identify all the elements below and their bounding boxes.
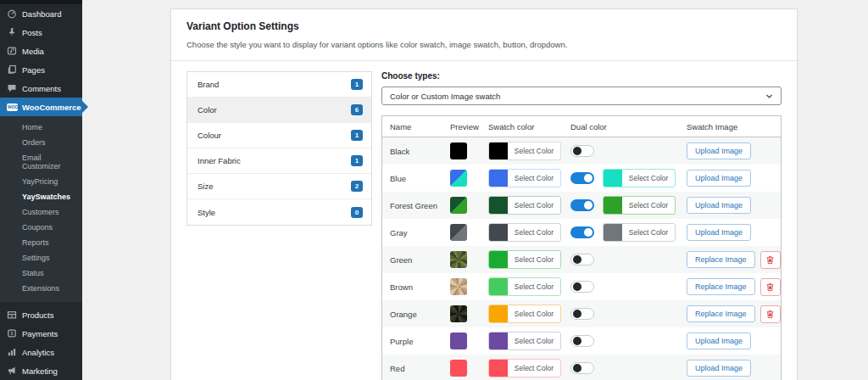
dual-select-color-button[interactable]: Select Color [603, 196, 676, 215]
preview-swatch [450, 251, 467, 268]
variant-name: Purple [390, 337, 450, 346]
upload-image-button[interactable]: Upload Image [687, 224, 751, 241]
select-color-button[interactable]: Select Color [488, 332, 561, 350]
toggle-knob [584, 174, 593, 182]
upload-image-button[interactable]: Upload Image [687, 142, 751, 159]
attribute-item-color[interactable]: Color6 [187, 98, 371, 123]
attribute-item-inner-fabric[interactable]: Inner Fabric1 [187, 148, 371, 174]
dual-color-toggle[interactable] [570, 172, 594, 184]
preview-swatch [450, 224, 467, 241]
submenu-item-yaypricing[interactable]: YayPricing [0, 174, 82, 189]
swatch-color-cell: Select Color [488, 223, 570, 242]
select-color-label: Select Color [508, 170, 560, 187]
count-badge: 1 [351, 130, 363, 141]
dual-select-color-button[interactable]: Select Color [603, 223, 676, 242]
svg-text:$: $ [11, 331, 14, 336]
table-row: GraySelect ColorSelect ColorUpload Image [382, 219, 781, 246]
select-color-button[interactable]: Select Color [488, 223, 561, 242]
woocommerce-submenu: HomeOrdersEmail CustomizerYayPricingYayS… [0, 116, 82, 302]
dual-color-cell [570, 145, 687, 157]
select-color-button[interactable]: Select Color [488, 277, 561, 296]
variant-name: Forest Green [390, 201, 450, 210]
table-row: GreenSelect ColorReplace Image [382, 246, 781, 273]
select-color-button[interactable]: Select Color [488, 250, 561, 269]
submenu-item-settings[interactable]: Settings [0, 250, 82, 265]
sidebar-item-label: Posts [22, 28, 42, 37]
submenu-item-coupons[interactable]: Coupons [0, 220, 82, 235]
sidebar-item-label: Comments [22, 84, 61, 93]
select-color-button[interactable]: Select Color [488, 305, 561, 323]
comment-icon [7, 83, 17, 93]
dual-color-toggle[interactable] [570, 145, 594, 157]
sidebar-item-posts[interactable]: Posts [0, 23, 82, 42]
upload-image-button[interactable]: Upload Image [687, 332, 751, 349]
dual-color-toggle[interactable] [570, 308, 594, 320]
column-header-dual-color: Dual color [570, 122, 687, 131]
submenu-item-extensions[interactable]: Extensions [0, 281, 82, 296]
replace-image-button[interactable]: Replace Image [687, 305, 755, 322]
table-row: RedSelect ColorUpload Image [382, 355, 781, 380]
submenu-item-yayswatches[interactable]: YaySwatches [0, 189, 82, 204]
preview-swatch [450, 332, 467, 349]
sidebar-item-payments[interactable]: $Payments [0, 324, 82, 343]
attribute-item-size[interactable]: Size2 [187, 174, 371, 199]
upload-image-button[interactable]: Upload Image [687, 360, 751, 377]
sidebar-item-label: Pages [22, 65, 45, 75]
attribute-item-style[interactable]: Style0 [187, 199, 371, 225]
submenu-item-orders[interactable]: Orders [0, 135, 82, 150]
submenu-item-home[interactable]: Home [0, 120, 82, 135]
submenu-item-status[interactable]: Status [0, 265, 82, 281]
sidebar-item-analytics[interactable]: Analytics [0, 343, 82, 361]
swatch-color-cell: Select Color [488, 250, 570, 269]
swatch-color-cell: Select Color [488, 359, 570, 377]
delete-image-button[interactable] [760, 278, 781, 296]
sidebar-item-dashboard[interactable]: Dashboard [0, 4, 82, 23]
card-header: Variant Option Settings Choose the style… [171, 9, 797, 61]
select-color-button[interactable]: Select Color [488, 196, 561, 215]
dashboard-icon [7, 8, 17, 19]
sidebar-item-marketing[interactable]: Marketing [0, 361, 82, 380]
analytics-icon [7, 347, 17, 357]
replace-image-button[interactable]: Replace Image [687, 251, 755, 268]
attribute-item-brand[interactable]: Brand1 [187, 72, 371, 98]
select-color-label: Select Color [622, 224, 675, 241]
delete-image-button[interactable] [760, 305, 781, 323]
dual-color-toggle[interactable] [570, 199, 594, 211]
select-color-button[interactable]: Select Color [488, 359, 561, 377]
delete-image-button[interactable] [760, 251, 781, 269]
sidebar-item-media[interactable]: Media [0, 42, 82, 60]
sidebar-item-comments[interactable]: Comments [0, 79, 82, 98]
replace-image-button[interactable]: Replace Image [687, 278, 755, 295]
attribute-label: Color [198, 105, 217, 115]
variant-name: Brown [390, 282, 450, 292]
trash-icon [765, 255, 775, 265]
dual-color-toggle[interactable] [570, 254, 594, 265]
toggle-knob [573, 282, 581, 291]
sidebar-item-products[interactable]: Products [0, 305, 82, 324]
submenu-item-customers[interactable]: Customers [0, 204, 82, 220]
select-color-button[interactable]: Select Color [488, 169, 561, 187]
dual-select-color-button[interactable]: Select Color [603, 169, 676, 187]
dual-color-toggle[interactable] [570, 362, 594, 374]
upload-image-button[interactable]: Upload Image [687, 197, 751, 214]
upload-image-button[interactable]: Upload Image [687, 170, 751, 187]
dual-color-toggle[interactable] [570, 226, 594, 238]
submenu-item-reports[interactable]: Reports [0, 235, 82, 250]
dual-color-cell [570, 362, 687, 374]
dual-color-cell [570, 308, 687, 320]
sidebar-item-pages[interactable]: Pages [0, 60, 82, 79]
select-color-button[interactable]: Select Color [488, 142, 561, 160]
sidebar-item-woocommerce[interactable]: WOO WooCommerce [0, 98, 82, 116]
attribute-item-colour[interactable]: Colour1 [187, 123, 371, 148]
attribute-list: Brand1Color6Colour1Inner Fabric1Size2Sty… [186, 71, 372, 226]
sidebar-item-label: Media [22, 47, 44, 56]
swatch-color-cell: Select Color [488, 305, 570, 323]
preview-swatch [450, 278, 467, 295]
swatch-color-preview [489, 197, 508, 214]
swatch-color-preview [489, 305, 508, 322]
dual-color-cell [570, 281, 687, 293]
submenu-item-email-customizer[interactable]: Email Customizer [0, 150, 82, 174]
swatch-type-select[interactable]: Color or Custom Image swatch [381, 87, 782, 105]
dual-color-toggle[interactable] [570, 281, 594, 293]
dual-color-toggle[interactable] [570, 335, 594, 347]
